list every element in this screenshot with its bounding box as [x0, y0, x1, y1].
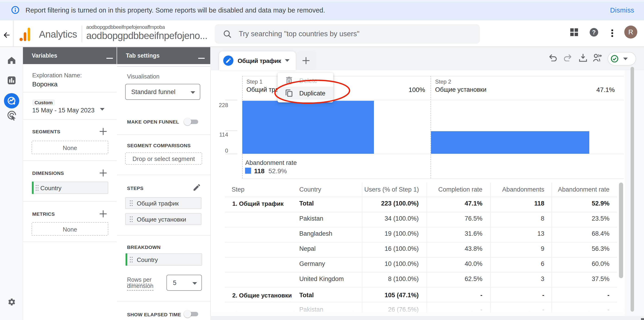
svg-text:?: ? — [592, 29, 596, 36]
